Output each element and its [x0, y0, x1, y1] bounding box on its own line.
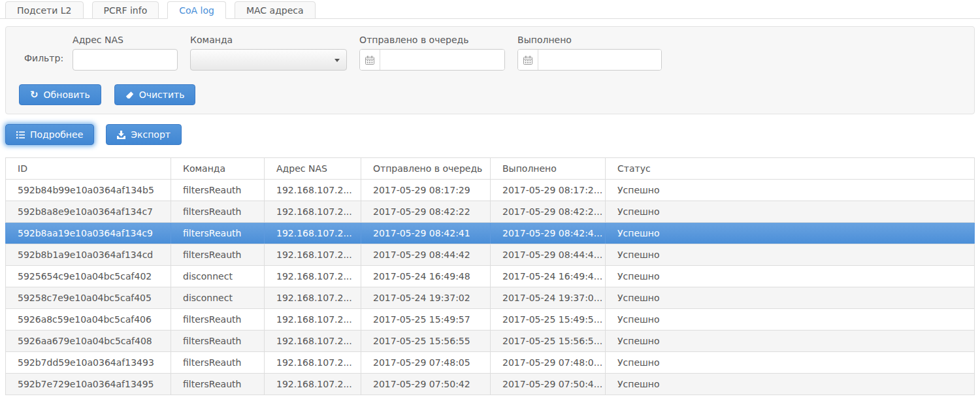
filter-panel: Фильтр: Адрес NAS Команда Отправлено в о…	[5, 26, 975, 114]
coa-log-table: ID Команда Адрес NAS Отправлено в очеред…	[5, 157, 975, 395]
status-cell: Успешно	[606, 352, 975, 374]
table-row[interactable]: 5925654c9e10a04bc5caf402 disconnect 192.…	[6, 266, 975, 287]
table-row[interactable]: 592b84b99e10a0364af134b5 filtersReauth 1…	[6, 180, 975, 201]
refresh-icon: ↻	[30, 90, 39, 100]
command-filter-label: Команда	[190, 35, 347, 45]
table-row[interactable]: 5926a8c59e10a04bc5caf406 filtersReauth 1…	[6, 309, 975, 331]
tab-coa-log[interactable]: CoA log	[167, 1, 226, 19]
queued-filter-input[interactable]	[380, 50, 504, 70]
refresh-button[interactable]: ↻ Обновить	[19, 84, 101, 105]
calendar-icon[interactable]	[518, 50, 538, 70]
command-filter-select[interactable]	[190, 49, 347, 71]
status-cell: Успешно	[606, 244, 975, 266]
table-row[interactable]: 5926aa679e10a04bc5caf408 filtersReauth 1…	[6, 331, 975, 352]
nas-filter-label: Адрес NAS	[73, 35, 178, 45]
executed-filter-label: Выполнено	[517, 35, 662, 45]
download-icon	[117, 131, 125, 139]
table-row[interactable]: 592b8a8e9e10a0364af134c7 filtersReauth 1…	[6, 201, 975, 223]
list-icon	[16, 131, 25, 139]
executed-filter-input[interactable]	[538, 50, 661, 70]
tab-pcrf-info[interactable]: PCRF info	[92, 1, 159, 19]
queued-filter-group: Отправлено в очередь	[359, 35, 505, 71]
eraser-icon	[125, 91, 134, 99]
nas-filter-group: Адрес NAS	[73, 35, 178, 71]
table-row-selected[interactable]: 592b8aa19e10a0364af134c9 filtersReauth 1…	[6, 223, 975, 244]
executed-filter-group: Выполнено	[517, 35, 662, 71]
column-header-executed: Выполнено	[491, 158, 606, 180]
status-cell: Успешно	[606, 287, 975, 309]
column-header-id: ID	[6, 158, 171, 180]
column-header-nas: Адрес NAS	[265, 158, 361, 180]
table-row[interactable]: 59258c7e9e10a04bc5caf405 disconnect 192.…	[6, 287, 975, 309]
table-header-row: ID Команда Адрес NAS Отправлено в очеред…	[6, 158, 975, 180]
filter-caption: Фильтр:	[24, 53, 63, 63]
action-row: Подробнее Экспорт	[5, 124, 975, 145]
tab-bar: Подсети L2 PCRF info CoA log MAC адреса	[0, 0, 980, 19]
status-cell: Успешно	[606, 309, 975, 331]
table-row[interactable]: 592b8b1a9e10a0364af134cd filtersReauth 1…	[6, 244, 975, 266]
column-header-queued: Отправлено в очередь	[361, 158, 491, 180]
tab-podseti-l2[interactable]: Подсети L2	[5, 1, 84, 19]
status-cell: Успешно	[606, 266, 975, 287]
column-header-command: Команда	[171, 158, 265, 180]
command-filter-group: Команда	[190, 35, 347, 71]
queued-filter-label: Отправлено в очередь	[359, 35, 505, 45]
column-header-status: Статус	[606, 158, 975, 180]
details-button[interactable]: Подробнее	[5, 124, 94, 145]
nas-filter-input[interactable]	[73, 49, 178, 71]
clear-button[interactable]: Очистить	[114, 84, 196, 105]
tab-mac-adresa[interactable]: MAC адреса	[235, 1, 316, 19]
status-cell: Успешно	[606, 201, 975, 223]
status-cell: Успешно	[606, 331, 975, 352]
status-cell: Успешно	[606, 223, 975, 244]
table-row[interactable]: 592b7e729e10a0364af13495 filtersReauth 1…	[6, 374, 975, 395]
table-row[interactable]: 592b7dd59e10a0364af13493 filtersReauth 1…	[6, 352, 975, 374]
calendar-icon[interactable]	[360, 50, 380, 70]
status-cell: Успешно	[606, 374, 975, 395]
export-button[interactable]: Экспорт	[106, 124, 182, 145]
status-cell: Успешно	[606, 180, 975, 201]
